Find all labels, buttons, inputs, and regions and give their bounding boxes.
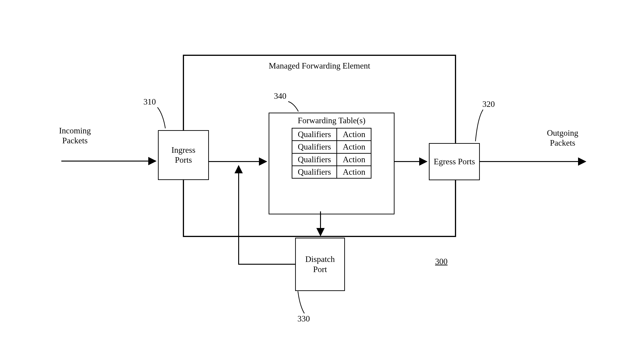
diagram-canvas: Managed Forwarding Element Ingress Ports… [0, 0, 644, 339]
arrows-overlay [0, 0, 644, 339]
lead-330 [298, 291, 304, 313]
lead-320 [476, 110, 483, 141]
arrow-dispatch-return [239, 166, 295, 264]
lead-310 [158, 107, 165, 128]
lead-340 [288, 102, 298, 112]
